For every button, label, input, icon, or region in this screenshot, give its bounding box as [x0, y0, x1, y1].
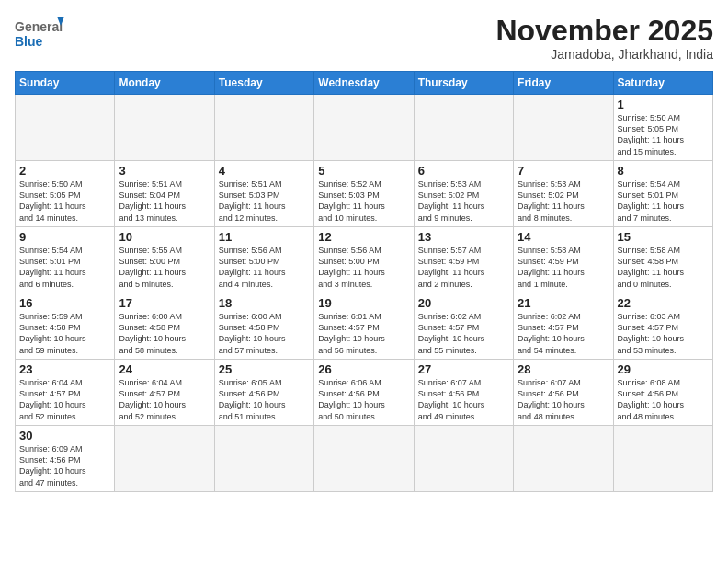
day-cell: 20Sunrise: 6:02 AM Sunset: 4:57 PM Dayli… — [414, 293, 513, 360]
day-number: 8 — [618, 164, 709, 178]
day-info: Sunrise: 6:00 AM Sunset: 4:58 PM Dayligh… — [219, 311, 310, 356]
day-number: 10 — [119, 230, 210, 244]
day-cell — [115, 95, 214, 161]
weekday-header-row: SundayMondayTuesdayWednesdayThursdayFrid… — [16, 72, 713, 95]
day-number: 3 — [119, 164, 210, 178]
day-cell: 7Sunrise: 5:53 AM Sunset: 5:02 PM Daylig… — [514, 161, 613, 227]
day-number: 18 — [219, 296, 310, 310]
day-number: 12 — [318, 230, 409, 244]
week-row-3: 16Sunrise: 5:59 AM Sunset: 4:58 PM Dayli… — [16, 293, 713, 360]
day-info: Sunrise: 5:51 AM Sunset: 5:04 PM Dayligh… — [119, 178, 210, 224]
header-thursday: Thursday — [414, 72, 513, 95]
day-info: Sunrise: 6:06 AM Sunset: 4:56 PM Dayligh… — [318, 377, 409, 422]
day-cell: 25Sunrise: 6:05 AM Sunset: 4:56 PM Dayli… — [214, 360, 313, 426]
day-info: Sunrise: 6:04 AM Sunset: 4:57 PM Dayligh… — [119, 377, 210, 422]
day-cell: 18Sunrise: 6:00 AM Sunset: 4:58 PM Dayli… — [214, 293, 313, 360]
week-row-2: 9Sunrise: 5:54 AM Sunset: 5:01 PM Daylig… — [16, 227, 713, 293]
header-tuesday: Tuesday — [214, 72, 313, 95]
week-row-0: 1Sunrise: 5:50 AM Sunset: 5:05 PM Daylig… — [16, 95, 713, 161]
day-info: Sunrise: 5:55 AM Sunset: 5:00 PM Dayligh… — [119, 245, 210, 290]
day-info: Sunrise: 5:56 AM Sunset: 5:00 PM Dayligh… — [219, 245, 310, 290]
day-cell: 28Sunrise: 6:07 AM Sunset: 4:56 PM Dayli… — [514, 360, 613, 426]
day-cell: 10Sunrise: 5:55 AM Sunset: 5:00 PM Dayli… — [115, 227, 214, 293]
day-number: 21 — [518, 296, 609, 310]
day-cell: 2Sunrise: 5:50 AM Sunset: 5:05 PM Daylig… — [16, 161, 115, 227]
day-cell — [314, 95, 414, 161]
day-cell — [414, 95, 513, 161]
day-info: Sunrise: 5:58 AM Sunset: 4:59 PM Dayligh… — [518, 245, 609, 290]
day-number: 13 — [418, 230, 509, 244]
header-wednesday: Wednesday — [314, 72, 414, 95]
day-cell — [414, 426, 513, 492]
day-info: Sunrise: 6:00 AM Sunset: 4:58 PM Dayligh… — [119, 311, 210, 356]
day-number: 22 — [618, 296, 709, 310]
day-info: Sunrise: 6:02 AM Sunset: 4:57 PM Dayligh… — [418, 311, 509, 356]
calendar-table: SundayMondayTuesdayWednesdayThursdayFrid… — [15, 71, 713, 492]
day-number: 14 — [518, 230, 609, 244]
week-row-5: 30Sunrise: 6:09 AM Sunset: 4:56 PM Dayli… — [16, 426, 713, 492]
day-cell: 29Sunrise: 6:08 AM Sunset: 4:56 PM Dayli… — [613, 360, 712, 426]
day-cell: 4Sunrise: 5:51 AM Sunset: 5:03 PM Daylig… — [214, 161, 313, 227]
day-cell — [214, 426, 313, 492]
header-friday: Friday — [514, 72, 613, 95]
day-number: 27 — [418, 362, 509, 376]
day-number: 4 — [219, 164, 310, 178]
day-info: Sunrise: 5:53 AM Sunset: 5:02 PM Dayligh… — [418, 178, 509, 224]
month-title: November 2025 — [495, 15, 713, 47]
day-cell: 19Sunrise: 6:01 AM Sunset: 4:57 PM Dayli… — [314, 293, 414, 360]
page: General Blue November 2025 Jamadoba, Jha… — [0, 0, 728, 563]
logo-svg: General Blue — [15, 15, 64, 55]
week-row-1: 2Sunrise: 5:50 AM Sunset: 5:05 PM Daylig… — [16, 161, 713, 227]
day-cell: 30Sunrise: 6:09 AM Sunset: 4:56 PM Dayli… — [16, 426, 115, 492]
day-number: 28 — [518, 362, 609, 376]
day-number: 15 — [618, 230, 709, 244]
day-cell — [514, 95, 613, 161]
day-info: Sunrise: 6:05 AM Sunset: 4:56 PM Dayligh… — [219, 377, 310, 422]
day-info: Sunrise: 5:53 AM Sunset: 5:02 PM Dayligh… — [518, 178, 609, 224]
day-number: 11 — [219, 230, 310, 244]
day-cell — [514, 426, 613, 492]
day-number: 2 — [19, 164, 110, 178]
day-info: Sunrise: 6:07 AM Sunset: 4:56 PM Dayligh… — [418, 377, 509, 422]
day-cell: 22Sunrise: 6:03 AM Sunset: 4:57 PM Dayli… — [613, 293, 712, 360]
day-number: 26 — [318, 362, 409, 376]
day-info: Sunrise: 6:03 AM Sunset: 4:57 PM Dayligh… — [618, 311, 709, 356]
day-info: Sunrise: 6:08 AM Sunset: 4:56 PM Dayligh… — [618, 377, 709, 422]
day-cell — [115, 426, 214, 492]
header-saturday: Saturday — [613, 72, 712, 95]
day-number: 7 — [518, 164, 609, 178]
day-number: 25 — [219, 362, 310, 376]
day-info: Sunrise: 5:59 AM Sunset: 4:58 PM Dayligh… — [19, 311, 110, 356]
day-number: 20 — [418, 296, 509, 310]
day-cell: 13Sunrise: 5:57 AM Sunset: 4:59 PM Dayli… — [414, 227, 513, 293]
day-info: Sunrise: 6:09 AM Sunset: 4:56 PM Dayligh… — [19, 443, 110, 488]
day-cell: 16Sunrise: 5:59 AM Sunset: 4:58 PM Dayli… — [16, 293, 115, 360]
location-subtitle: Jamadoba, Jharkhand, India — [495, 47, 713, 62]
day-cell: 27Sunrise: 6:07 AM Sunset: 4:56 PM Dayli… — [414, 360, 513, 426]
day-cell: 24Sunrise: 6:04 AM Sunset: 4:57 PM Dayli… — [115, 360, 214, 426]
header-monday: Monday — [115, 72, 214, 95]
day-info: Sunrise: 5:50 AM Sunset: 5:05 PM Dayligh… — [19, 178, 110, 224]
day-cell: 6Sunrise: 5:53 AM Sunset: 5:02 PM Daylig… — [414, 161, 513, 227]
day-info: Sunrise: 5:52 AM Sunset: 5:03 PM Dayligh… — [318, 178, 409, 224]
day-info: Sunrise: 5:56 AM Sunset: 5:00 PM Dayligh… — [318, 245, 409, 290]
day-number: 6 — [418, 164, 509, 178]
day-number: 1 — [618, 98, 709, 111]
day-number: 29 — [618, 362, 709, 376]
day-info: Sunrise: 6:01 AM Sunset: 4:57 PM Dayligh… — [318, 311, 409, 356]
logo: General Blue — [15, 15, 64, 55]
day-number: 16 — [19, 296, 110, 310]
day-info: Sunrise: 5:58 AM Sunset: 4:58 PM Dayligh… — [618, 245, 709, 290]
day-info: Sunrise: 5:54 AM Sunset: 5:01 PM Dayligh… — [19, 245, 110, 290]
day-cell: 9Sunrise: 5:54 AM Sunset: 5:01 PM Daylig… — [16, 227, 115, 293]
day-cell: 23Sunrise: 6:04 AM Sunset: 4:57 PM Dayli… — [16, 360, 115, 426]
header-sunday: Sunday — [16, 72, 115, 95]
day-cell: 21Sunrise: 6:02 AM Sunset: 4:57 PM Dayli… — [514, 293, 613, 360]
day-info: Sunrise: 5:50 AM Sunset: 5:05 PM Dayligh… — [618, 112, 709, 157]
svg-text:Blue: Blue — [15, 34, 43, 49]
day-cell: 11Sunrise: 5:56 AM Sunset: 5:00 PM Dayli… — [214, 227, 313, 293]
day-info: Sunrise: 5:54 AM Sunset: 5:01 PM Dayligh… — [618, 178, 709, 224]
day-info: Sunrise: 6:04 AM Sunset: 4:57 PM Dayligh… — [19, 377, 110, 422]
header: General Blue November 2025 Jamadoba, Jha… — [15, 15, 713, 62]
day-info: Sunrise: 6:02 AM Sunset: 4:57 PM Dayligh… — [518, 311, 609, 356]
